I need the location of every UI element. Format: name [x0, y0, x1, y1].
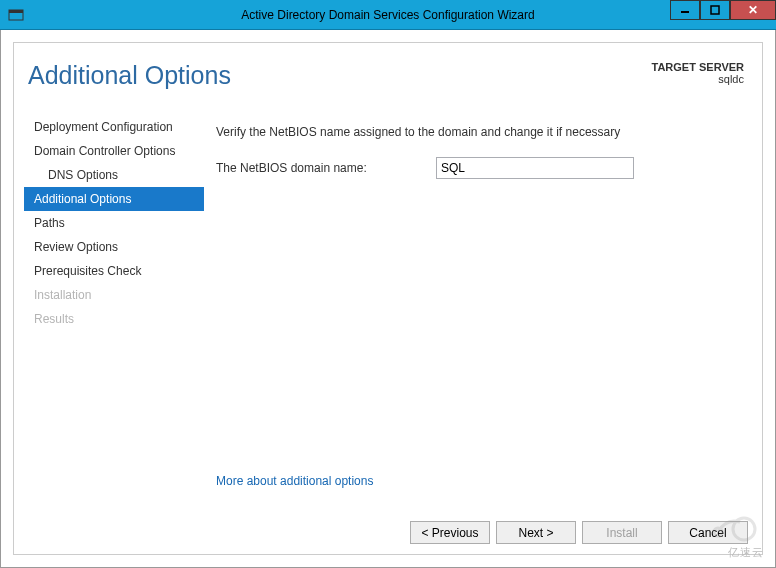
previous-button[interactable]: < Previous [410, 521, 490, 544]
target-server-value: sqldc [652, 73, 745, 85]
content-pane: Verify the NetBIOS name assigned to the … [216, 125, 746, 494]
client-area: Additional Options TARGET SERVER sqldc D… [0, 30, 776, 568]
wizard-panel: Additional Options TARGET SERVER sqldc D… [13, 42, 763, 555]
watermark-text: 亿速云 [728, 545, 764, 560]
minimize-button[interactable] [670, 0, 700, 20]
nav-item-installation: Installation [24, 283, 204, 307]
nav-item-review-options[interactable]: Review Options [24, 235, 204, 259]
instruction-text: Verify the NetBIOS name assigned to the … [216, 125, 746, 139]
nav-item-deployment-configuration[interactable]: Deployment Configuration [24, 115, 204, 139]
next-button[interactable]: Next > [496, 521, 576, 544]
watermark-icon [698, 512, 770, 546]
netbios-label: The NetBIOS domain name: [216, 161, 436, 175]
close-button[interactable]: ✕ [730, 0, 776, 20]
netbios-row: The NetBIOS domain name: [216, 157, 746, 179]
nav-item-additional-options[interactable]: Additional Options [24, 187, 204, 211]
nav-item-paths[interactable]: Paths [24, 211, 204, 235]
nav-item-results: Results [24, 307, 204, 331]
svg-rect-3 [711, 6, 719, 14]
nav-item-domain-controller-options[interactable]: Domain Controller Options [24, 139, 204, 163]
install-button: Install [582, 521, 662, 544]
nav-item-prerequisites-check[interactable]: Prerequisites Check [24, 259, 204, 283]
netbios-input[interactable] [436, 157, 634, 179]
target-server-block: TARGET SERVER sqldc [652, 61, 745, 85]
maximize-button[interactable] [700, 0, 730, 20]
window-title: Active Directory Domain Services Configu… [0, 8, 776, 22]
title-bar: Active Directory Domain Services Configu… [0, 0, 776, 30]
target-server-label: TARGET SERVER [652, 61, 745, 73]
page-heading: Additional Options [28, 61, 231, 90]
more-about-link[interactable]: More about additional options [216, 474, 373, 488]
window-buttons: ✕ [670, 0, 776, 20]
nav-item-dns-options[interactable]: DNS Options [24, 163, 204, 187]
wizard-nav: Deployment ConfigurationDomain Controlle… [24, 115, 204, 331]
